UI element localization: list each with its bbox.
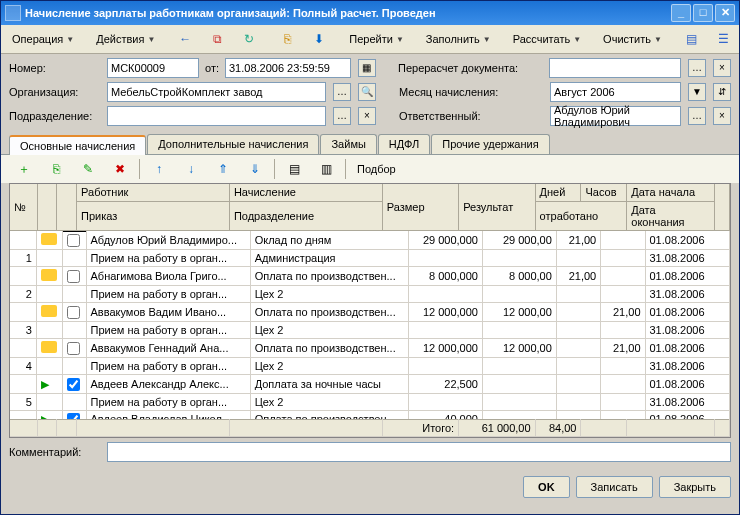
table-row[interactable]: ▶ Авдеев Александр Алекс... Доплата за н… bbox=[10, 375, 730, 394]
col-hours[interactable]: Часов bbox=[581, 184, 627, 201]
add-row-icon[interactable]: ＋ bbox=[9, 158, 39, 180]
col-date-end[interactable]: Дата окончания bbox=[627, 201, 714, 230]
division-label: Подразделение: bbox=[9, 110, 101, 122]
from-label: от: bbox=[205, 62, 219, 74]
nav-back-icon[interactable]: ← bbox=[170, 28, 200, 50]
col-order[interactable]: Приказ bbox=[77, 201, 230, 230]
month-step-icon[interactable]: ⇵ bbox=[713, 83, 731, 101]
window-icon bbox=[5, 5, 21, 21]
table-row[interactable]: ▶ Авдеев Владислав Никол... Оплата по пр… bbox=[10, 410, 730, 419]
settings-grid-icon[interactable]: ▤ bbox=[279, 158, 309, 180]
table-row[interactable]: Аввакумов Вадим Ивано... Оплата по произ… bbox=[10, 303, 730, 322]
tab-additional[interactable]: Дополнительные начисления bbox=[147, 134, 319, 154]
month-label: Месяц начисления: bbox=[399, 86, 544, 98]
row-check[interactable] bbox=[67, 378, 80, 391]
date-input[interactable]: 31.08.2006 23:59:59 bbox=[225, 58, 351, 78]
close-button[interactable]: Закрыть bbox=[659, 476, 731, 498]
resp-input[interactable]: Абдулов Юрий Владимирович bbox=[550, 106, 681, 126]
recalc-input[interactable] bbox=[549, 58, 681, 78]
copy-row-icon[interactable]: ⎘ bbox=[41, 158, 71, 180]
division-select-icon[interactable]: … bbox=[333, 107, 351, 125]
list-icon[interactable]: ▤ bbox=[677, 28, 707, 50]
month-dd-icon[interactable]: ▼ bbox=[688, 83, 706, 101]
fill-menu[interactable]: Заполнить▼ bbox=[419, 28, 498, 50]
pick-button[interactable]: Подбор bbox=[350, 158, 403, 180]
number-input[interactable]: МСК00009 bbox=[107, 58, 199, 78]
col-check[interactable] bbox=[57, 184, 77, 230]
table-row[interactable]: 4 Прием на работу в орган... Цех 2 31.08… bbox=[10, 358, 730, 375]
sort-desc-icon[interactable]: ⇓ bbox=[240, 158, 270, 180]
row-check[interactable] bbox=[67, 234, 80, 247]
comment-input[interactable] bbox=[107, 442, 731, 462]
grid-toolbar: ＋ ⎘ ✎ ✖ ↑ ↓ ⇑ ⇓ ▤ ▥ Подбор bbox=[1, 155, 739, 183]
refresh-icon[interactable]: ↻ bbox=[234, 28, 264, 50]
goto-menu[interactable]: Перейти▼ bbox=[342, 28, 411, 50]
move-down-icon[interactable]: ↓ bbox=[176, 158, 206, 180]
tab-loans[interactable]: Займы bbox=[320, 134, 376, 154]
operation-menu[interactable]: Операция▼ bbox=[5, 28, 81, 50]
totals-row: Итого: 61 000,00 84,00 bbox=[10, 420, 730, 437]
accruals-grid: № Работник Начисление Размер Результат Д… bbox=[9, 183, 731, 438]
close-button[interactable]: ✕ bbox=[715, 4, 735, 22]
settings-icon[interactable]: ☰ bbox=[709, 28, 739, 50]
maximize-button[interactable]: □ bbox=[693, 4, 713, 22]
org-select-icon[interactable]: … bbox=[333, 83, 351, 101]
col-size[interactable]: Размер bbox=[382, 184, 458, 230]
post-icon[interactable]: ⎘ bbox=[272, 28, 302, 50]
minimize-button[interactable]: _ bbox=[671, 4, 691, 22]
col-result[interactable]: Результат bbox=[459, 184, 535, 230]
row-check[interactable] bbox=[67, 306, 80, 319]
col-days[interactable]: Дней bbox=[535, 184, 581, 201]
division-clear-icon[interactable]: × bbox=[358, 107, 376, 125]
org-open-icon[interactable]: 🔍 bbox=[358, 83, 376, 101]
table-row[interactable]: 1 Прием на работу в орган... Администрац… bbox=[10, 250, 730, 267]
col-icon[interactable] bbox=[37, 184, 57, 230]
toggle1-icon[interactable]: ⧉ bbox=[202, 28, 232, 50]
comment-row: Комментарий: bbox=[1, 438, 739, 466]
row-check[interactable] bbox=[67, 342, 80, 355]
col-division[interactable]: Подразделение bbox=[229, 201, 382, 230]
move-up-icon[interactable]: ↑ bbox=[144, 158, 174, 180]
post-down-icon[interactable]: ⬇ bbox=[304, 28, 334, 50]
table-row[interactable]: 2 Прием на работу в орган... Цех 2 31.08… bbox=[10, 286, 730, 303]
row-check[interactable] bbox=[67, 270, 80, 283]
total-result: 61 000,00 bbox=[459, 420, 535, 437]
window-title: Начисление зарплаты работникам организац… bbox=[25, 7, 669, 19]
delete-row-icon[interactable]: ✖ bbox=[105, 158, 135, 180]
col-date-start[interactable]: Дата начала bbox=[627, 184, 714, 201]
sort-asc-icon[interactable]: ⇑ bbox=[208, 158, 238, 180]
col-worker[interactable]: Работник bbox=[77, 184, 230, 201]
col-num[interactable]: № bbox=[10, 184, 37, 230]
columns-icon[interactable]: ▥ bbox=[311, 158, 341, 180]
table-row[interactable]: 3 Прием на работу в орган... Цех 2 31.08… bbox=[10, 322, 730, 339]
month-select[interactable]: Август 2006 bbox=[550, 82, 681, 102]
recalc-clear-icon[interactable]: × bbox=[713, 59, 731, 77]
vscroll[interactable] bbox=[714, 184, 729, 230]
table-row[interactable]: Аввакумов Геннадий Ана... Оплата по прои… bbox=[10, 339, 730, 358]
edit-row-icon[interactable]: ✎ bbox=[73, 158, 103, 180]
recalc-select-icon[interactable]: … bbox=[688, 59, 706, 77]
org-input[interactable]: МебельСтройКомплект завод bbox=[107, 82, 326, 102]
col-worked[interactable]: отработано bbox=[535, 201, 627, 230]
table-row[interactable]: Абнагимова Виола Григо... Оплата по прои… bbox=[10, 267, 730, 286]
col-accrual[interactable]: Начисление bbox=[229, 184, 382, 201]
recalc-label: Перерасчет документа: bbox=[398, 62, 543, 74]
main-toolbar: Операция▼ Действия▼ ← ⧉ ↻ ⎘ ⬇ Перейти▼ З… bbox=[1, 25, 739, 54]
tab-ndfl[interactable]: НДФЛ bbox=[378, 134, 430, 154]
calc-menu[interactable]: Рассчитать▼ bbox=[506, 28, 588, 50]
resp-clear-icon[interactable]: × bbox=[713, 107, 731, 125]
tab-main-accruals[interactable]: Основные начисления bbox=[9, 135, 146, 155]
total-days: 84,00 bbox=[535, 420, 581, 437]
table-row[interactable]: Абдулов Юрий Владимиро... Оклад по дням … bbox=[10, 231, 730, 250]
date-picker-icon[interactable]: ▦ bbox=[358, 59, 376, 77]
form-header: Номер: МСК00009 от: 31.08.2006 23:59:59 … bbox=[1, 54, 739, 134]
resp-select-icon[interactable]: … bbox=[688, 107, 706, 125]
division-input[interactable] bbox=[107, 106, 326, 126]
actions-menu[interactable]: Действия▼ bbox=[89, 28, 162, 50]
save-button[interactable]: Записать bbox=[576, 476, 653, 498]
titlebar: Начисление зарплаты работникам организац… bbox=[1, 1, 739, 25]
tab-other[interactable]: Прочие удержания bbox=[431, 134, 549, 154]
clear-menu[interactable]: Очистить▼ bbox=[596, 28, 669, 50]
ok-button[interactable]: OK bbox=[523, 476, 570, 498]
table-row[interactable]: 5 Прием на работу в орган... Цех 2 31.08… bbox=[10, 393, 730, 410]
